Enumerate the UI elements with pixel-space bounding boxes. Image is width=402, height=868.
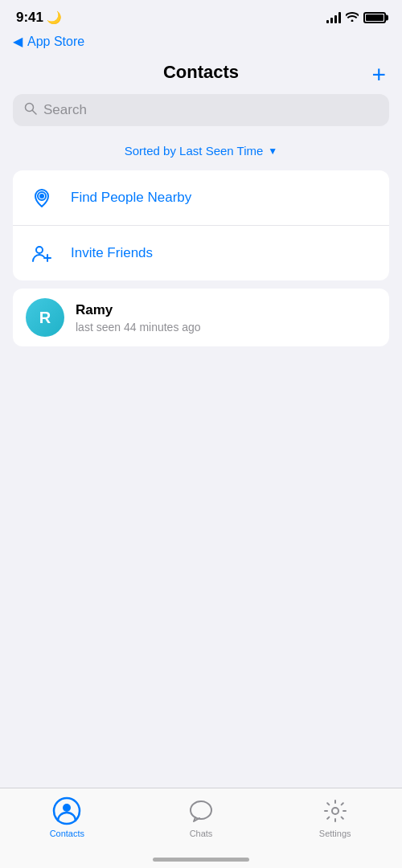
header: Contacts + [0, 55, 402, 94]
status-time: 9:41 [16, 10, 43, 26]
svg-point-4 [36, 247, 43, 253]
search-icon [24, 102, 37, 118]
search-placeholder: Search [43, 102, 87, 118]
status-icons [326, 11, 386, 24]
find-people-nearby-label: Find People Nearby [71, 190, 191, 206]
chats-tab-label: Chats [190, 829, 213, 838]
avatar: R [26, 298, 64, 337]
status-bar: 9:41 🌙 [0, 0, 402, 31]
svg-point-8 [63, 804, 71, 812]
contacts-list-section: Find People Nearby Invite Friends [13, 170, 389, 280]
contact-ramy-item[interactable]: R Ramy last seen 44 minutes ago [13, 289, 389, 346]
contacts-tab-icon-wrapper [52, 796, 81, 825]
tab-bar: Contacts Chats Settings [0, 788, 402, 868]
tab-settings[interactable]: Settings [268, 796, 402, 838]
svg-line-1 [33, 111, 37, 115]
tab-contacts[interactable]: Contacts [0, 796, 134, 838]
search-container: Search [0, 94, 402, 134]
moon-icon: 🌙 [47, 10, 62, 25]
tab-chats[interactable]: Chats [134, 796, 269, 838]
search-bar[interactable]: Search [13, 94, 389, 126]
contact-name: Ramy [76, 302, 201, 318]
page-title: Contacts [163, 62, 239, 83]
contact-info: Ramy last seen 44 minutes ago [76, 302, 201, 334]
invite-friends-icon [26, 237, 58, 269]
settings-tab-icon-wrapper [321, 796, 350, 825]
invite-friends-item[interactable]: Invite Friends [13, 226, 389, 280]
app-store-nav[interactable]: ◀ App Store [0, 31, 402, 55]
invite-friends-label: Invite Friends [71, 245, 153, 261]
sorted-by-label[interactable]: Sorted by Last Seen Time [125, 144, 264, 158]
add-contact-button[interactable]: + [371, 63, 386, 87]
contact-status: last seen 44 minutes ago [76, 321, 201, 334]
back-arrow-icon: ◀ [13, 34, 23, 49]
settings-tab-label: Settings [319, 829, 351, 838]
contacts-tab-label: Contacts [50, 829, 84, 838]
app-store-label[interactable]: App Store [27, 35, 84, 49]
sorted-by-container[interactable]: Sorted by Last Seen Time ▼ [0, 134, 402, 170]
signal-bars-icon [326, 12, 341, 23]
battery-icon [363, 12, 386, 23]
find-people-nearby-item[interactable]: Find People Nearby [13, 170, 389, 226]
svg-point-3 [40, 194, 43, 198]
sorted-by-arrow-icon: ▼ [268, 145, 277, 157]
location-icon [26, 182, 58, 214]
chats-tab-icon-wrapper [187, 796, 215, 825]
home-indicator [153, 858, 249, 862]
svg-point-9 [191, 801, 211, 819]
svg-point-10 [332, 808, 338, 814]
wifi-icon [346, 11, 359, 24]
